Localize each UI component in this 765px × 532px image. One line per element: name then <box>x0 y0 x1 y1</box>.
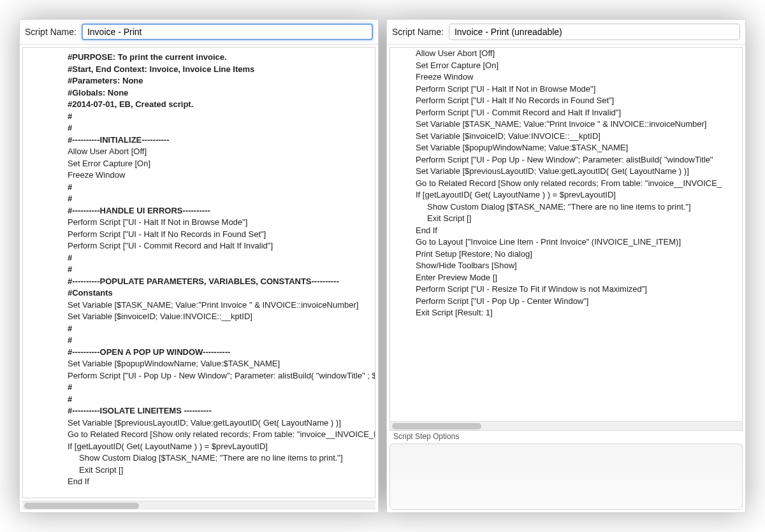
script-line[interactable]: Set Variable [$TASK_NAME; Value:"Print I… <box>416 119 740 131</box>
script-line[interactable]: Perform Script ["UI - Pop Up - Center Wi… <box>416 296 740 308</box>
script-line[interactable]: Go to Related Record [Show only related … <box>68 429 372 441</box>
script-line[interactable]: Show/Hide Toolbars [Show] <box>416 260 740 272</box>
script-line[interactable]: #----------HANDLE UI ERRORS---------- <box>68 205 372 217</box>
script-line[interactable]: Set Variable [$previousLayoutID; Value:g… <box>416 166 740 178</box>
split-view: Script Name: #PURPOSE: To print the curr… <box>19 19 746 513</box>
script-line[interactable]: #Parameters: None <box>68 75 372 87</box>
script-line[interactable]: Freeze Window <box>68 169 372 182</box>
script-line[interactable]: If [getLayoutID( Get( LayoutName ) ) = $… <box>416 189 740 201</box>
script-line[interactable]: # <box>68 182 372 194</box>
script-line[interactable]: Perform Script ["UI - Halt If Not in Bro… <box>68 217 372 229</box>
script-line[interactable]: # <box>68 252 372 264</box>
script-name-input[interactable] <box>449 24 740 40</box>
script-name-label: Script Name: <box>25 27 76 37</box>
script-step-options-label: Script Step Options <box>390 431 743 443</box>
script-line[interactable]: Perform Script ["UI - Pop Up - New Windo… <box>68 370 372 382</box>
script-line[interactable]: Perform Script ["UI - Halt If No Records… <box>68 229 372 241</box>
right-panel: Script Name: Allow User Abort [Off]Set E… <box>386 19 746 513</box>
script-line[interactable]: Set Variable [$popupWindowName; Value:$T… <box>416 142 740 154</box>
script-line[interactable]: Perform Script ["UI - Pop Up - New Windo… <box>416 154 740 166</box>
script-line[interactable]: # <box>68 334 372 347</box>
script-line[interactable]: End If <box>416 225 740 237</box>
script-line[interactable]: # <box>68 111 372 123</box>
script-line[interactable]: Go to Related Record [Show only related … <box>416 178 740 190</box>
right-script-body[interactable]: Allow User Abort [Off]Set Error Capture … <box>390 47 743 431</box>
left-script-body[interactable]: #PURPOSE: To print the current invoice.#… <box>22 47 375 498</box>
script-name-label: Script Name: <box>392 27 444 37</box>
right-header: Script Name: <box>387 20 745 45</box>
script-line[interactable]: Allow User Abort [Off] <box>68 146 372 158</box>
left-panel: Script Name: #PURPOSE: To print the curr… <box>19 19 379 513</box>
script-line[interactable]: #PURPOSE: To print the current invoice. <box>68 52 372 64</box>
scroll-thumb[interactable] <box>24 503 139 509</box>
script-line[interactable]: Perform Script ["UI - Halt If No Records… <box>416 95 740 107</box>
script-line[interactable]: #Constants <box>68 287 372 299</box>
script-line[interactable]: Set Variable [$invoiceID; Value:INVOICE:… <box>68 311 372 323</box>
script-line[interactable]: Show Custom Dialog [$TASK_NAME; "There a… <box>416 201 740 213</box>
script-line[interactable]: Set Error Capture [On] <box>68 158 372 170</box>
script-line[interactable]: Perform Script ["UI - Commit Record and … <box>416 107 740 119</box>
script-line[interactable]: # <box>68 122 372 134</box>
script-line[interactable]: Go to Layout ["Invoice Line Item - Print… <box>416 236 740 248</box>
script-line[interactable]: Exit Script [] <box>68 464 372 477</box>
script-line[interactable]: Exit Script [Result: 1] <box>416 307 740 319</box>
script-line[interactable]: #Globals: None <box>68 87 372 99</box>
script-line[interactable]: #2014-07-01, EB, Created script. <box>68 99 372 111</box>
script-line[interactable]: #----------OPEN A POP UP WINDOW---------… <box>68 347 372 359</box>
script-line[interactable]: # <box>68 264 372 276</box>
script-line[interactable]: #----------INITIALIZE---------- <box>68 134 372 147</box>
script-step-options-box <box>390 443 743 510</box>
left-horizontal-scrollbar[interactable] <box>22 501 375 510</box>
script-line[interactable]: Exit Script [] <box>416 213 740 225</box>
script-line[interactable]: #Start, End Context: Invoice, Invoice Li… <box>68 64 372 76</box>
script-line[interactable]: # <box>68 193 372 205</box>
script-line[interactable]: Show Custom Dialog [$TASK_NAME; "There a… <box>68 452 372 464</box>
script-line[interactable]: Set Variable [$invoiceID; Value:INVOICE:… <box>416 131 740 143</box>
script-line[interactable]: If [getLayoutID( Get( LayoutName ) ) = $… <box>68 441 372 453</box>
script-line[interactable]: Enter Preview Mode [] <box>416 272 740 284</box>
script-line[interactable]: Freeze Window <box>416 71 740 83</box>
script-line[interactable]: End If <box>68 476 372 488</box>
script-line[interactable]: Set Error Capture [On] <box>416 60 740 72</box>
scroll-thumb[interactable] <box>392 423 481 429</box>
script-line[interactable]: Set Variable [$TASK_NAME; Value:"Print I… <box>68 299 372 312</box>
script-line[interactable]: #----------ISOLATE LINEITEMS ---------- <box>68 405 372 417</box>
script-step-options-section: Script Step Options <box>390 431 743 510</box>
script-line[interactable]: Set Variable [$popupWindowName; Value:$T… <box>68 358 372 370</box>
script-line[interactable]: Perform Script ["UI - Commit Record and … <box>68 240 372 252</box>
script-line[interactable]: # <box>68 394 372 406</box>
script-line[interactable]: # <box>68 382 372 394</box>
script-line[interactable]: #----------POPULATE PARAMETERS, VARIABLE… <box>68 276 372 288</box>
script-line[interactable]: Perform Script ["UI - Halt If Not in Bro… <box>416 83 740 96</box>
script-line[interactable]: Perform Script ["UI - Resize To Fit if W… <box>416 284 740 296</box>
right-body: Allow User Abort [Off]Set Error Capture … <box>387 45 745 512</box>
script-line[interactable]: Print Setup [Restore; No dialog] <box>416 248 740 261</box>
left-header: Script Name: <box>20 20 378 45</box>
script-name-input[interactable] <box>82 24 373 40</box>
script-line[interactable]: # <box>68 323 372 335</box>
script-line[interactable]: Allow User Abort [Off] <box>416 48 740 60</box>
right-horizontal-scrollbar[interactable] <box>390 421 742 430</box>
script-line[interactable]: Set Variable [$previousLayoutID; Value:g… <box>68 417 372 429</box>
